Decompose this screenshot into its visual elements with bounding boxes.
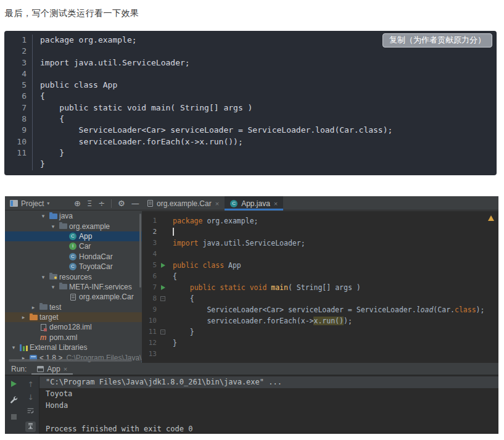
code-line: 3import java.util.ServiceLoader; [4, 57, 497, 68]
class-icon: C [69, 263, 76, 270]
tree-item-label: org.example.Car [78, 293, 134, 301]
copy-code-button[interactable]: 复制（为作者贡献原力分） [382, 33, 492, 48]
settings-wrench-icon[interactable] [10, 396, 18, 405]
expand-all-icon[interactable]: ÷ [98, 199, 105, 207]
code-line: 10 serviceLoader.forEach(x->x.run()); [4, 136, 497, 147]
tree-vertical-scrollbar[interactable] [139, 214, 141, 288]
tree-item-label: target [38, 313, 59, 322]
chevron-down-icon[interactable]: ▾ [38, 274, 48, 280]
editor-line: 3import java.util.ServiceLoader; [142, 238, 498, 249]
tree-item-car[interactable]: ICar [5, 241, 142, 251]
stop-icon[interactable] [11, 414, 17, 420]
run-gutter-icon[interactable] [161, 285, 165, 290]
code-line-number: 11 [4, 147, 27, 159]
editor-line-number: 7 [142, 282, 158, 293]
java-source-folder-icon [49, 214, 57, 219]
tree-item-org-example-car[interactable]: org.example.Car [5, 292, 142, 302]
tree-item-external-libraries[interactable]: ▾External Libraries [5, 342, 142, 352]
run-label: Run: [5, 365, 31, 373]
editor-line-number: 8 [142, 293, 158, 304]
chevron-right-icon[interactable]: ▸ [19, 314, 28, 320]
editor-line-text: package org.example; [168, 215, 258, 226]
tree-item-resources[interactable]: ▾resources [5, 272, 142, 281]
close-icon[interactable]: × [215, 200, 219, 207]
tree-item-meta-inf-services[interactable]: ▾META-INF.services [5, 282, 142, 292]
fold-marker-icon[interactable]: − [160, 296, 165, 301]
editor-tab-bar: org.example.Car × C App.java × [142, 196, 283, 210]
code-line-text: public class App [32, 80, 497, 91]
tree-item-pom-xml[interactable]: mpom.xml [5, 333, 142, 342]
code-line-text: } [32, 159, 497, 170]
code-line-number: 10 [4, 136, 27, 147]
close-icon[interactable]: × [274, 200, 278, 207]
tree-item-target[interactable]: ▸target [5, 312, 142, 322]
run-tab-app[interactable]: App × [31, 363, 73, 375]
editor-line-text: } [168, 338, 177, 349]
code-editor[interactable]: 1package org.example;23import java.util.… [142, 211, 498, 363]
scroll-to-end-icon[interactable] [25, 421, 36, 432]
editor-line-number: 2 [142, 226, 158, 238]
tree-item-toyotacar[interactable]: CToyotaCar [5, 262, 142, 272]
tree-item-label: Car [78, 242, 91, 251]
chevron-right-icon[interactable]: ▸ [28, 304, 38, 310]
editor-line: 5public class App [142, 260, 498, 271]
down-stack-trace-icon[interactable]: ↓ [27, 394, 33, 401]
tree-item-label: resources [58, 273, 92, 281]
toolbar-divider [111, 199, 112, 208]
code-line-number: 2 [4, 46, 27, 57]
tree-item-test[interactable]: ▸test [5, 302, 142, 312]
chevron-down-icon[interactable]: ▾ [38, 213, 48, 219]
code-line-number: 7 [4, 102, 27, 114]
chevron-down-icon[interactable]: ▾ [48, 223, 58, 230]
tree-item-org-example[interactable]: ▾org.example [5, 221, 142, 231]
file-icon [147, 200, 153, 207]
editor-line-text: { [168, 271, 177, 282]
console-output[interactable]: "C:\Program Files\Java\jdk1.8.0_261\bin\… [39, 376, 498, 434]
editor-line: 10 serviceLoader.forEach(x->x.run()); [142, 315, 498, 326]
collapse-all-icon[interactable]: Ξ [87, 199, 92, 207]
editor-line: 2 [142, 226, 498, 238]
editor-line: 1package org.example; [142, 215, 498, 226]
run-gutter-icon[interactable] [161, 263, 165, 268]
editor-line: 13 [142, 349, 498, 360]
gear-icon[interactable]: ⚙ [118, 199, 125, 207]
code-line-text: ServiceLoader<Car> serviceLoader = Servi… [32, 125, 497, 136]
editor-line-number: 5 [142, 260, 158, 271]
tree-item-demo128-iml[interactable]: demo128.iml [5, 322, 142, 332]
code-line-number: 3 [4, 57, 27, 68]
ide-top-bar: Project ▾ ⊕ Ξ ÷ ⚙ — org.example.Car × C … [5, 196, 498, 210]
code-line-text: { [32, 114, 497, 125]
code-line-text [32, 68, 497, 80]
tab-org-example-car[interactable]: org.example.Car × [142, 196, 225, 210]
tree-item-label: ToyotaCar [78, 262, 113, 271]
rerun-icon[interactable] [11, 381, 17, 387]
editor-line: 4 [142, 249, 498, 260]
file-icon [70, 294, 76, 301]
code-line: } [4, 159, 497, 170]
tree-item-java[interactable]: ▾java [5, 211, 142, 221]
maven-icon: m [40, 333, 47, 342]
up-stack-trace-icon[interactable]: ↑ [27, 381, 33, 388]
project-tool-window-switcher[interactable]: Project ▾ [10, 196, 49, 210]
class-icon: C [69, 253, 76, 260]
project-panel-toolbar: ⊕ Ξ ÷ ⚙ — [74, 196, 139, 210]
chevron-down-icon[interactable]: ▾ [48, 284, 58, 290]
hide-panel-icon[interactable]: — [131, 199, 139, 207]
soft-wrap-icon[interactable] [27, 407, 35, 416]
code-line-text: serviceLoader.forEach(x->x.run()); [32, 136, 497, 147]
tree-horizontal-scrollbar[interactable] [9, 359, 132, 362]
tab-app-java[interactable]: C App.java × [225, 196, 283, 210]
tree-item-hondacar[interactable]: CHondaCar [5, 252, 142, 262]
code-line: 9 ServiceLoader<Car> serviceLoader = Ser… [4, 125, 497, 136]
run-toolbar-left [5, 376, 22, 434]
tree-item-app[interactable]: CApp [5, 231, 142, 241]
fold-marker-icon[interactable]: − [160, 330, 165, 334]
editor-line-number: 13 [142, 349, 158, 360]
tree-item-label: org.example [68, 222, 110, 231]
inspection-warning-icon[interactable] [488, 215, 494, 221]
code-line: 4 [4, 68, 497, 80]
locate-file-icon[interactable]: ⊕ [74, 199, 81, 207]
tree-item-label: App [78, 232, 92, 241]
chevron-down-icon[interactable]: ▾ [9, 344, 19, 351]
close-icon[interactable]: × [64, 365, 67, 373]
